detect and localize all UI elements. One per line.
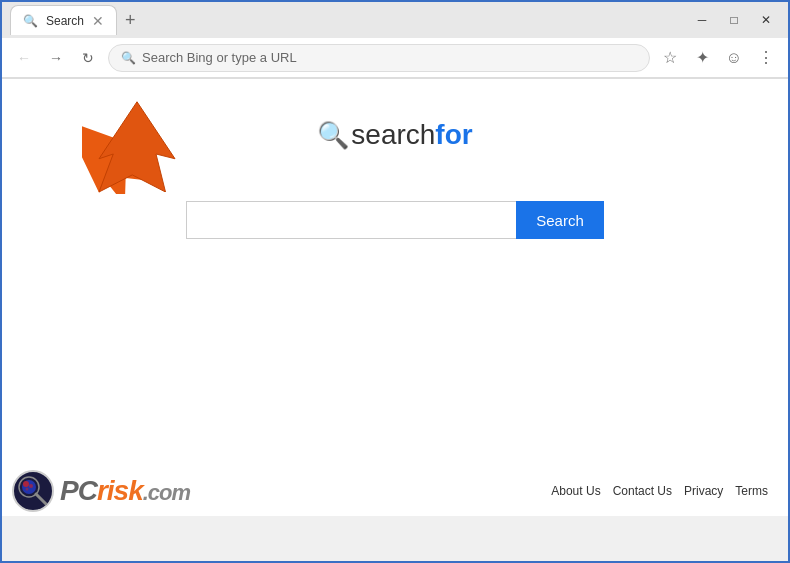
search-area: Search <box>186 201 604 239</box>
svg-marker-1 <box>99 102 175 192</box>
active-tab[interactable]: 🔍 Search ✕ <box>10 5 117 35</box>
forward-icon: → <box>49 50 63 66</box>
svg-point-5 <box>29 484 33 488</box>
close-window-button[interactable]: ✕ <box>752 9 780 31</box>
search-icon: 🔍 <box>121 51 136 65</box>
logo-search-icon: 🔍 <box>317 120 349 151</box>
star-icon[interactable]: ☆ <box>658 46 682 70</box>
refresh-icon: ↻ <box>82 50 94 66</box>
back-icon: ← <box>17 50 31 66</box>
new-tab-button[interactable]: + <box>121 6 140 34</box>
logo-text-part1: search <box>351 119 435 150</box>
svg-point-4 <box>23 481 29 487</box>
url-input-box[interactable]: 🔍 Search Bing or type a URL <box>108 44 650 72</box>
tab-favicon: 🔍 <box>23 14 38 28</box>
profile-icon[interactable]: ☺ <box>722 46 746 70</box>
refresh-button[interactable]: ↻ <box>76 46 100 70</box>
footer-overlay: PCrisk.com About Us Contact Us Privacy T… <box>2 466 788 516</box>
forward-button[interactable]: → <box>44 46 68 70</box>
maximize-button[interactable]: □ <box>720 9 748 31</box>
toolbar-icons: ☆ ✦ ☺ ⋮ <box>658 46 778 70</box>
privacy-link[interactable]: Privacy <box>684 484 723 498</box>
window-controls: ─ □ ✕ <box>688 9 780 31</box>
orange-arrow-shape <box>77 97 197 192</box>
terms-link[interactable]: Terms <box>735 484 768 498</box>
svg-line-7 <box>36 494 47 505</box>
svg-point-6 <box>26 488 29 491</box>
pcrisk-watermark: PCrisk.com <box>2 466 200 516</box>
pcrisk-text: PCrisk.com <box>60 475 190 507</box>
about-us-link[interactable]: About Us <box>551 484 600 498</box>
menu-icon[interactable]: ⋮ <box>754 46 778 70</box>
minimize-button[interactable]: ─ <box>688 9 716 31</box>
tab-title: Search <box>46 14 84 28</box>
tab-bar: 🔍 Search ✕ + ─ □ ✕ <box>2 2 788 38</box>
browser-content: 🔍 searchfor Search <box>2 79 788 516</box>
tab-close-button[interactable]: ✕ <box>92 14 104 28</box>
pcrisk-logo <box>12 470 54 512</box>
search-input[interactable] <box>186 201 516 239</box>
logo-text-part2: for <box>435 119 472 150</box>
search-button[interactable]: Search <box>516 201 604 239</box>
extensions-icon[interactable]: ✦ <box>690 46 714 70</box>
address-bar: ← → ↻ 🔍 Search Bing or type a URL ☆ ✦ ☺ … <box>2 38 788 78</box>
back-button[interactable]: ← <box>12 46 36 70</box>
footer-links: About Us Contact Us Privacy Terms <box>551 484 768 498</box>
window-chrome: 🔍 Search ✕ + ─ □ ✕ ← → ↻ 🔍 Search Bing o… <box>2 2 788 79</box>
url-text: Search Bing or type a URL <box>142 50 637 65</box>
logo-area: 🔍 searchfor <box>317 119 472 151</box>
logo-text: searchfor <box>351 119 472 151</box>
contact-us-link[interactable]: Contact Us <box>613 484 672 498</box>
